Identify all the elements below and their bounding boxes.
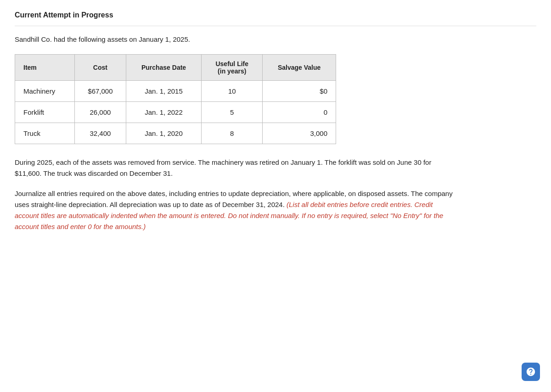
cell-purchase-date: Jan. 1, 2022 <box>126 102 201 123</box>
cell-cost: $67,000 <box>75 81 126 102</box>
col-header-item: Item <box>15 55 75 81</box>
table-row: Truck32,400Jan. 1, 202083,000 <box>15 123 336 144</box>
cell-item: Truck <box>15 123 75 144</box>
cell-salvage-value: 3,000 <box>263 123 336 144</box>
intro-text: Sandhill Co. had the following assets on… <box>15 35 536 43</box>
assets-table: Item Cost Purchase Date Useful Life (in … <box>15 54 336 144</box>
cell-item: Machinery <box>15 81 75 102</box>
cell-salvage-value: $0 <box>263 81 336 102</box>
col-header-cost: Cost <box>75 55 126 81</box>
col-header-salvage-value: Salvage Value <box>263 55 336 81</box>
cell-useful-life: 5 <box>202 102 263 123</box>
cell-purchase-date: Jan. 1, 2015 <box>126 81 201 102</box>
table-body: Machinery$67,000Jan. 1, 201510$0Forklift… <box>15 81 336 144</box>
cell-useful-life: 8 <box>202 123 263 144</box>
cell-useful-life: 10 <box>202 81 263 102</box>
instruction-text: Journalize all entries required on the a… <box>15 188 455 232</box>
table-row: Machinery$67,000Jan. 1, 201510$0 <box>15 81 336 102</box>
page-wrapper: Current Attempt in Progress Sandhill Co.… <box>0 0 551 392</box>
col-header-useful-life: Useful Life (in years) <box>202 55 263 81</box>
cell-cost: 32,400 <box>75 123 126 144</box>
help-button[interactable] <box>522 363 540 381</box>
description-text: During 2025, each of the assets was remo… <box>15 157 455 179</box>
cell-salvage-value: 0 <box>263 102 336 123</box>
cell-purchase-date: Jan. 1, 2020 <box>126 123 201 144</box>
table-row: Forklift26,000Jan. 1, 202250 <box>15 102 336 123</box>
cell-cost: 26,000 <box>75 102 126 123</box>
cell-item: Forklift <box>15 102 75 123</box>
table-header-row: Item Cost Purchase Date Useful Life (in … <box>15 55 336 81</box>
section-title: Current Attempt in Progress <box>15 11 536 26</box>
col-header-purchase-date: Purchase Date <box>126 55 201 81</box>
help-icon <box>526 367 536 377</box>
